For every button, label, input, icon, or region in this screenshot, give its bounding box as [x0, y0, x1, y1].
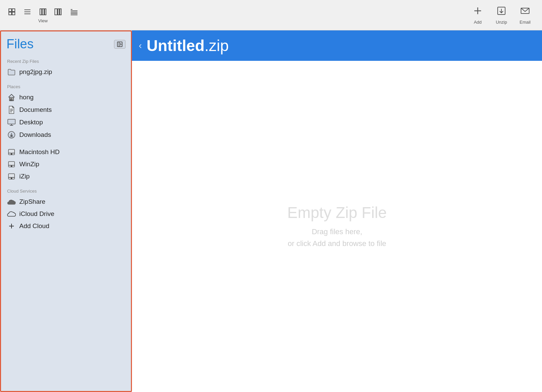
sidebar-item-downloads[interactable]: Downloads	[4, 128, 128, 141]
empty-state-title: Empty Zip File	[287, 203, 387, 222]
toolbar-view-icons	[7, 7, 79, 17]
icloud-drive-icon	[7, 211, 16, 217]
zipshare-cloud-icon	[7, 198, 16, 205]
downloads-icon	[7, 131, 16, 139]
empty-line2: or click Add and browse to file	[288, 239, 386, 248]
home-icon	[7, 94, 16, 101]
sidebar-item-png2jpg[interactable]: png2jpg.zip	[4, 66, 128, 78]
hong-label: hong	[19, 94, 33, 101]
svg-rect-9	[45, 9, 46, 15]
add-icon	[473, 6, 483, 18]
unzip-label: Unzip	[496, 20, 507, 25]
downloads-label: Downloads	[19, 131, 51, 139]
svg-rect-8	[42, 9, 44, 15]
view-preview-button[interactable]	[53, 7, 64, 17]
content-header: ‹ Untitled.zip	[132, 30, 542, 61]
sidebar-item-macintosh-hd[interactable]: Macintosh HD	[4, 146, 128, 158]
email-label: Email	[520, 20, 531, 25]
toolbar: View Add Unzip	[0, 0, 542, 30]
add-button[interactable]: Add	[468, 6, 488, 25]
filename: Untitled	[146, 37, 204, 54]
view-detail-button[interactable]	[69, 7, 79, 17]
unzip-button[interactable]: Unzip	[491, 6, 512, 25]
svg-rect-11	[58, 9, 59, 15]
toolbar-view-group: View	[7, 7, 79, 23]
recent-section-label: Recent Zip Files	[4, 59, 128, 64]
svg-rect-32	[8, 119, 15, 124]
documents-icon	[7, 106, 16, 114]
svg-rect-12	[60, 9, 61, 15]
sidebar-item-winzip[interactable]: WinZip	[4, 158, 128, 170]
png2jpg-label: png2jpg.zip	[19, 68, 52, 76]
desktop-label: Desktop	[19, 119, 43, 126]
add-cloud-plus-icon	[7, 222, 16, 230]
sidebar-header: Files	[4, 37, 128, 51]
sidebar-title: Files	[6, 37, 33, 51]
view-columns-button[interactable]	[38, 7, 48, 17]
add-label: Add	[474, 20, 481, 25]
sidebar-item-desktop[interactable]: Desktop	[4, 116, 128, 128]
svg-rect-10	[55, 9, 57, 15]
empty-line1: Drag files here,	[312, 227, 362, 236]
sidebar: Files Recent Zip Files png2jpg.zip Place…	[0, 30, 132, 392]
back-button[interactable]: ‹	[139, 40, 142, 51]
winzip-label: WinZip	[19, 161, 39, 168]
content-body: Empty Zip File Drag files here, or click…	[132, 61, 542, 392]
add-cloud-label: Add Cloud	[19, 222, 49, 230]
sidebar-item-documents[interactable]: Documents	[4, 103, 128, 116]
zipshare-label: ZipShare	[19, 198, 45, 205]
email-button[interactable]: Email	[515, 6, 535, 25]
view-label: View	[38, 18, 48, 23]
unzip-icon	[496, 6, 506, 18]
cloud-section-label: Cloud Services	[4, 189, 128, 194]
sidebar-item-icloud-drive[interactable]: iCloud Drive	[4, 208, 128, 220]
svg-rect-2	[9, 12, 12, 15]
sidebar-toggle-button[interactable]	[114, 40, 126, 49]
icloud-drive-label: iCloud Drive	[19, 210, 54, 218]
sidebar-item-zipshare[interactable]: ZipShare	[4, 196, 128, 208]
sidebar-item-add-cloud[interactable]: Add Cloud	[4, 220, 128, 232]
svg-rect-3	[12, 12, 15, 15]
empty-state-subtitle: Drag files here, or click Add and browse…	[288, 226, 386, 249]
macintosh-hd-label: Macintosh HD	[19, 148, 60, 156]
svg-point-43	[11, 166, 12, 167]
toolbar-actions: Add Unzip Email	[468, 6, 535, 25]
svg-rect-7	[40, 9, 42, 15]
sidebar-item-hong[interactable]: hong	[4, 91, 128, 103]
file-extension: .zip	[205, 37, 229, 54]
winzip-icon	[7, 161, 16, 168]
macintosh-hd-icon	[7, 148, 16, 156]
svg-point-40	[11, 154, 12, 155]
folder-icon	[7, 68, 16, 76]
sidebar-item-izip[interactable]: iZip	[4, 170, 128, 182]
izip-label: iZip	[19, 173, 30, 180]
places-section-label: Places	[4, 84, 128, 89]
svg-point-46	[11, 178, 12, 179]
content-title: Untitled.zip	[146, 36, 229, 55]
content-area: ‹ Untitled.zip Empty Zip File Drag files…	[132, 30, 542, 392]
svg-rect-1	[12, 9, 15, 11]
svg-rect-0	[9, 9, 12, 11]
izip-icon	[7, 173, 16, 180]
view-grid-button[interactable]	[7, 7, 17, 17]
view-list-button[interactable]	[22, 7, 32, 17]
email-icon	[520, 6, 530, 18]
documents-label: Documents	[19, 106, 52, 114]
desktop-icon	[7, 119, 16, 126]
main-container: Files Recent Zip Files png2jpg.zip Place…	[0, 30, 542, 392]
svg-rect-26	[10, 99, 12, 101]
